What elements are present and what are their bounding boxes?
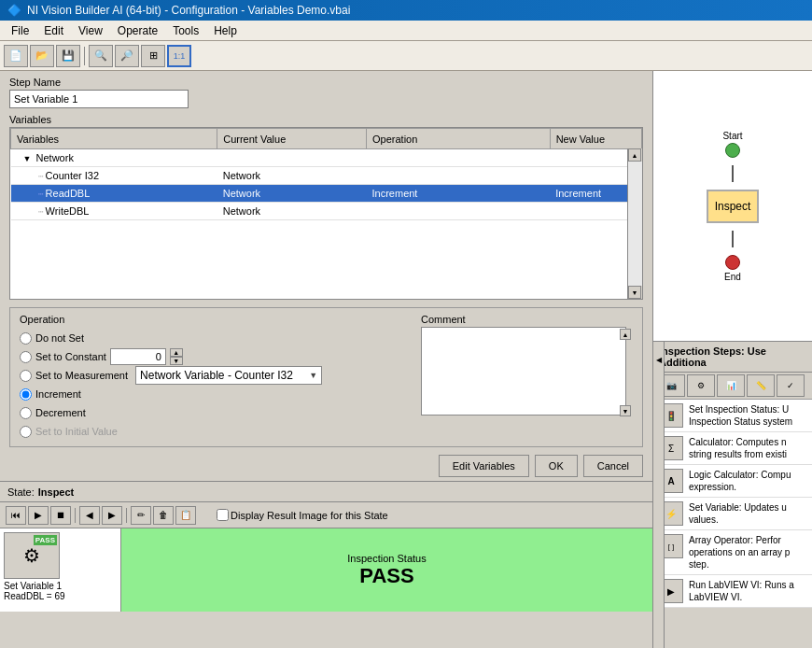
pass-badge: PASS [34,535,57,545]
zoom-fit-button[interactable]: ⊞ [141,45,165,67]
scroll-down-button[interactable]: ▼ [628,286,641,299]
variables-table: Variables Current Value Operation New Va… [10,128,642,220]
constant-value-input[interactable] [110,348,166,365]
operation-title: Operation [20,314,412,325]
scroll-up-button[interactable]: ▲ [628,148,641,162]
table-row[interactable]: ┄ ReadDBL Network Increment Increment [11,185,642,203]
radio-set-to-constant[interactable] [20,351,32,363]
ok-button[interactable]: OK [535,455,578,477]
comment-label: Comment [421,314,633,325]
skip-back-button[interactable]: ⏮ [6,506,26,525]
radio-set-to-measurement[interactable] [20,370,32,382]
radio-set-to-initial[interactable] [20,426,32,438]
table-row[interactable]: ┄ Counter I32 Network [11,167,642,185]
app-icon: 🔷 [7,4,21,17]
measurement-dropdown-value: Network Variable - Counter I32 [140,369,293,382]
radio-decrement-row: Decrement [20,403,412,422]
cancel-button[interactable]: Cancel [583,455,643,477]
edit-button[interactable]: ✏ [131,506,151,525]
zoom-in-button[interactable]: 🔎 [115,45,139,67]
spinner-down-button[interactable]: ▼ [170,357,183,365]
new-button[interactable]: 📄 [4,45,28,67]
table-header-row: Variables Current Value Operation New Va… [11,129,642,149]
next-step-button[interactable]: ▶ [102,506,122,525]
open-button[interactable]: 📂 [30,45,54,67]
diagram-area: Start Inspect End [653,71,812,342]
step-preview-name: Set Variable 1 [4,581,62,591]
title-text: NI Vision Builder AI (64-bit) - Configur… [27,4,350,17]
step-tool-chart[interactable]: 📊 [717,374,745,397]
menu-bar: File Edit View Operate Tools Help [0,21,812,41]
radio-decrement[interactable] [20,407,32,419]
step-item-1[interactable]: Σ Calculator: Computes n string results … [653,432,812,465]
spinner-up-button[interactable]: ▲ [170,348,183,357]
prev-step-button[interactable]: ◀ [79,506,100,525]
start-circle [725,143,740,158]
var-current-value-cell: Network [217,185,367,203]
radio-set-to-initial-label: Set to Initial Value [35,426,118,437]
menu-tools[interactable]: Tools [165,22,206,39]
step-item-3[interactable]: ⚡ Set Variable: Updates u values. [653,498,812,530]
step-item-text-2: Logic Calculator: Compu expression. [689,469,806,493]
variables-section: Variables Variables Current Value Operat… [0,112,652,303]
inspect-node[interactable]: Inspect [707,190,759,223]
step-item-text-4: Array Operator: Perfor operations on an … [689,534,806,571]
zoom-out-button[interactable]: 🔍 [89,45,113,67]
menu-view[interactable]: View [71,22,110,39]
radio-set-to-constant-row: Set to Constant ▲ ▼ [20,347,412,366]
step-tool-ruler[interactable]: 📏 [747,374,775,397]
copy-button[interactable]: 📋 [175,506,196,525]
col-operation: Operation [367,129,551,149]
step-preview: ⚙ PASS Set Variable 1 ReadDBL = 69 [0,528,121,612]
table-row[interactable]: ▼ Network [11,149,642,167]
operation-right: Comment ▲ ▼ [421,314,633,441]
radio-increment[interactable] [20,388,32,401]
menu-help[interactable]: Help [206,22,245,39]
step-preview-value: ReadDBL = 69 [4,591,65,601]
radio-decrement-label: Decrement [35,407,86,418]
left-panel: Step Name Variables Variables Current Va… [0,71,653,648]
menu-operate[interactable]: Operate [110,22,165,39]
var-name-cell: ┄ Counter I32 [11,167,217,185]
comment-textarea[interactable] [421,327,626,416]
var-name-cell: ┄ ReadDBL [11,185,217,203]
step-item-text-0: Set Inspection Status: U Inspection Stat… [689,403,806,428]
step-preview-icon: ⚙ PASS [4,532,60,579]
measurement-dropdown[interactable]: Network Variable - Counter I32 ▼ [135,366,322,385]
menu-edit[interactable]: Edit [36,22,71,39]
step-item-0[interactable]: 🚦 Set Inspection Status: U Inspection St… [653,400,812,432]
var-current-value-cell: Network [217,203,367,220]
stop-button[interactable]: ⏹ [50,506,71,525]
menu-file[interactable]: File [4,22,36,39]
operation-left: Operation Do not Set Set to Constant ▲ ▼ [20,314,412,441]
var-operation-cell [367,149,551,167]
step-name-input[interactable] [9,90,189,108]
scroll-down-indicator[interactable]: ▼ [620,405,631,416]
delete-button[interactable]: 🗑 [153,506,174,525]
zoom-actual-button[interactable]: 1:1 [167,45,191,67]
step-item-text-5: Run LabVIEW VI: Runs a LabVIEW VI. [689,579,806,603]
edit-variables-button[interactable]: Edit Variables [439,455,529,477]
radio-set-to-initial-row: Set to Initial Value [20,422,412,441]
scroll-up-indicator[interactable]: ▲ [620,329,631,340]
play-button[interactable]: ▶ [28,506,49,525]
step-item-5[interactable]: ▶ Run LabVIEW VI: Runs a LabVIEW VI. [653,575,812,608]
steps-toolbar: 📷 ⚙ 📊 📏 ✓ [653,373,812,400]
step-item-4[interactable]: [ ] Array Operator: Perfor operations on… [653,530,812,575]
var-current-value-cell: Network [217,167,367,185]
display-result-checkbox[interactable] [217,509,229,521]
toolbar-separator-1 [84,47,85,65]
var-name-cell: ▼ Network [11,149,217,167]
comment-wrapper: ▲ ▼ [421,327,633,418]
radio-do-not-set-label: Do not Set [35,332,84,344]
step-tool-gear[interactable]: ⚙ [687,374,715,397]
step-item-2[interactable]: A Logic Calculator: Compu expression. [653,465,812,498]
col-variables: Variables [11,129,217,149]
radio-set-to-constant-label: Set to Constant [35,351,106,362]
dropdown-arrow-icon: ▼ [309,371,317,380]
save-button[interactable]: 💾 [56,45,80,67]
table-row[interactable]: ┄ WriteDBL Network [11,203,642,220]
tree-toggle[interactable]: ▼ [23,154,32,163]
step-tool-check[interactable]: ✓ [777,374,805,397]
radio-do-not-set[interactable] [20,332,32,345]
